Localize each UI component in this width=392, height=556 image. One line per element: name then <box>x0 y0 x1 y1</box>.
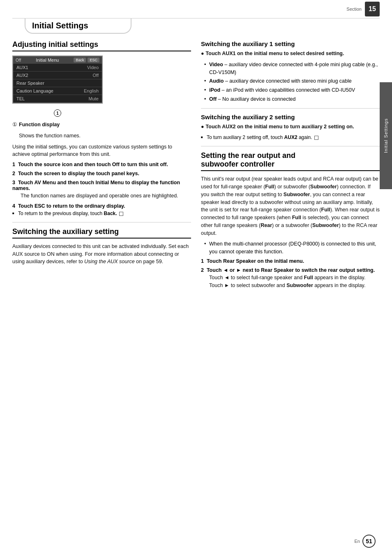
rear-step-2-body: Touch ◄ to select full-range speaker and… <box>201 274 380 290</box>
menu-row-name: Rear Speaker <box>16 81 44 86</box>
menu-row-rear[interactable]: Rear Speaker <box>13 79 102 87</box>
main-content: Adjusting initial settings Off Initial M… <box>12 40 380 292</box>
rear-bullet-1: When the multi-channel processor (DEQ-P8… <box>204 240 380 256</box>
rear-step-2-header: 2 Touch ◄ or ► next to Rear Speaker to s… <box>201 267 380 273</box>
aux2-heading: Switching the auxiliary 2 setting <box>201 114 380 120</box>
menu-row-aux1[interactable]: AUX1 Video <box>13 64 102 72</box>
side-label: Initial Settings <box>380 82 392 189</box>
aux1-bullet-ipod: iPod – an iPod with video capabilities c… <box>204 86 380 94</box>
section-number: 15 <box>365 2 380 16</box>
menu-buttons: Back ESC <box>74 58 99 63</box>
esc-btn[interactable]: ESC <box>88 58 99 63</box>
divider-2 <box>201 108 380 109</box>
menu-row-value: Video <box>87 65 99 70</box>
left-column: Adjusting initial settings Off Initial M… <box>12 40 191 292</box>
menu-row-aux2[interactable]: AUX2 Off <box>13 72 102 79</box>
aux1-heading: Switching the auxiliary 1 setting <box>201 40 380 47</box>
menu-row-tel[interactable]: TEL Mute <box>13 95 102 103</box>
adjusting-heading: Adjusting initial settings <box>12 40 191 51</box>
step-3-body: The function names are displayed and ope… <box>12 192 191 200</box>
menu-row-value: English <box>84 88 99 93</box>
step-2: 2 Touch the screen to display the touch … <box>12 171 191 176</box>
step-4: 4 Touch ESC to return to the ordinary di… <box>12 203 191 217</box>
en-label: En <box>355 539 360 544</box>
aux2-note: To turn auxiliary 2 setting off, touch A… <box>201 134 380 141</box>
aux1-bullet-intro: ●Touch AUX1 on the initial menu to selec… <box>201 50 380 58</box>
aux2-bullet-intro: ●Touch AUX2 on the initial menu to turn … <box>201 123 380 131</box>
menu-container: Off Initial Menu Back ESC AUX1 Video AUX… <box>12 56 191 121</box>
off-label: Off <box>16 58 21 63</box>
divider-3 <box>201 146 380 146</box>
back-icon <box>119 212 123 216</box>
aux1-bullet-off: Off – No auxiliary device is connected <box>204 95 380 103</box>
rear-heading: Setting the rear output andsubwoofer con… <box>201 151 380 171</box>
aux2-icon <box>314 136 318 140</box>
rear-step-1: 1 Touch Rear Speaker on the initial menu… <box>201 258 380 264</box>
page-number-bar: En 51 <box>355 535 376 548</box>
menu-row-name: AUX1 <box>16 65 28 70</box>
intro-text: Using the initial settings, you can cust… <box>12 143 191 159</box>
annotation-row: 1 <box>12 108 103 118</box>
back-btn[interactable]: Back <box>74 58 86 63</box>
menu-row-value: Off <box>93 73 99 78</box>
menu-row-caution[interactable]: Caution Language English <box>13 87 102 95</box>
rear-bullet-list: When the multi-channel processor (DEQ-P8… <box>204 240 380 256</box>
step-1: 1 Touch the source icon and then touch O… <box>12 162 191 167</box>
menu-row-name: TEL <box>16 96 25 101</box>
step-3: 3 Touch AV Menu and then touch Initial M… <box>12 180 191 200</box>
rear-text1: This unit's rear output (rear speaker le… <box>201 175 380 237</box>
right-column: Switching the auxiliary 1 setting ●Touch… <box>201 40 380 292</box>
function-display-label: ①Function display <box>12 121 191 129</box>
step-1-header: 1 Touch the source icon and then touch O… <box>12 162 191 167</box>
step-4-header: 4 Touch ESC to return to the ordinary di… <box>12 203 191 209</box>
page-title: Initial Settings <box>32 21 124 30</box>
rear-step-2: 2 Touch ◄ or ► next to Rear Speaker to s… <box>201 267 380 290</box>
menu-image: Off Initial Menu Back ESC AUX1 Video AUX… <box>12 56 103 104</box>
rear-step-1-header: 1 Touch Rear Speaker on the initial menu… <box>201 258 380 264</box>
header-bar: Section 15 <box>12 0 380 19</box>
menu-title: Initial Menu <box>36 58 59 63</box>
aux1-bullet-audio: Audio – auxiliary device connected with … <box>204 77 380 85</box>
function-display-desc: Shows the function names. <box>12 132 191 140</box>
step-3-header: 3 Touch AV Menu and then touch Initial M… <box>12 180 191 191</box>
switching-aux-heading: Switching the auxiliary setting <box>12 227 191 239</box>
page-title-banner: Initial Settings <box>25 19 131 34</box>
menu-screenshot: Off Initial Menu Back ESC AUX1 Video AUX… <box>12 56 103 121</box>
menu-row-value: Mute <box>89 96 99 101</box>
menu-row-name: AUX2 <box>16 73 28 78</box>
menu-top-bar: Off Initial Menu Back ESC <box>13 56 102 64</box>
divider <box>12 222 191 222</box>
section-label: Section <box>346 7 362 12</box>
step-4-note: To return to the previous display, touch… <box>12 210 191 217</box>
switching-aux-text: Auxiliary devices connected to this unit… <box>12 243 191 266</box>
step-2-header: 2 Touch the screen to display the touch … <box>12 171 191 176</box>
page-number: 51 <box>362 535 376 548</box>
aux1-bullet-list: Video – auxiliary video device connected… <box>204 61 380 103</box>
aux1-bullet-video: Video – auxiliary video device connected… <box>204 61 380 76</box>
function-display-section: ①Function display Shows the function nam… <box>12 121 191 140</box>
annotation-1: 1 <box>54 109 61 117</box>
menu-row-name: Caution Language <box>16 88 53 93</box>
